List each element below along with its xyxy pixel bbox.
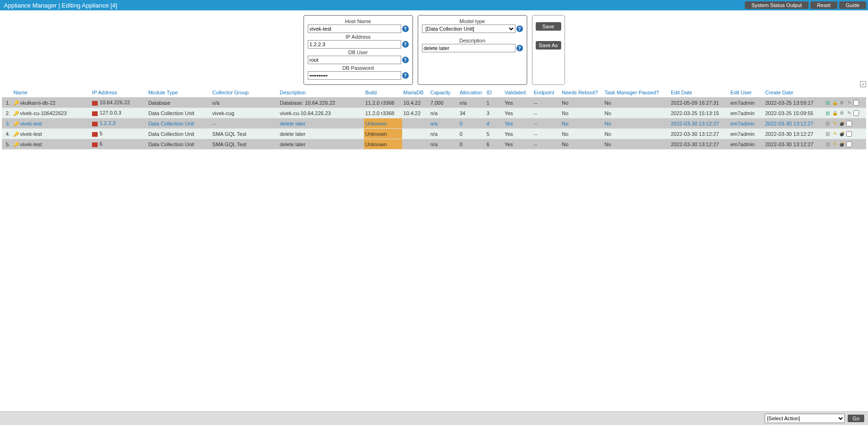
cell-reboot: No [560, 118, 603, 129]
col-reboot[interactable]: Needs Reboot? [560, 88, 603, 98]
cell-ip[interactable]: 6 [91, 139, 147, 150]
gear-icon[interactable]: ⚙ [839, 100, 845, 106]
row-checkbox[interactable] [853, 110, 859, 116]
col-endpoint[interactable]: Endpoint [532, 88, 561, 98]
cell-reboot: No [560, 139, 603, 150]
cell-name[interactable]: 🔑vivek-test [12, 129, 91, 139]
cell-ip[interactable]: 127.0.0.3 [91, 108, 147, 118]
lock-icon[interactable]: 🔒 [832, 110, 838, 116]
pencil-icon[interactable]: ✎ [832, 131, 838, 137]
row-checkbox[interactable] [846, 120, 852, 126]
cell-createdate: 2022-03-30 13:12:27 [764, 129, 823, 139]
help-icon[interactable]: ? [516, 25, 523, 32]
cell-edituser: em7admin [729, 118, 764, 129]
table-row[interactable]: 3.🔑vivek-test1.2.2.3Data Collection Unit… [2, 118, 866, 129]
table-row[interactable]: 5.🔑vivek-test6Data Collection UnitSMA GQ… [2, 139, 866, 150]
table-row[interactable]: 4.🔑vivek-test5Data Collection UnitSMA GQ… [2, 129, 866, 139]
db-user-input[interactable] [308, 56, 401, 64]
system-status-button[interactable]: System Status Output [745, 1, 809, 9]
bomb-icon[interactable]: 💣 [839, 120, 845, 126]
ip-address-input[interactable] [308, 40, 401, 49]
col-edituser[interactable]: Edit User [729, 88, 764, 98]
help-icon[interactable]: ? [516, 45, 523, 51]
doc-icon[interactable]: ▥ [825, 120, 831, 126]
col-collector[interactable]: Collector Group [211, 88, 278, 98]
model-type-select[interactable]: [Data Collection Unit] [422, 25, 515, 33]
col-paused[interactable]: Task Manager Paused? [603, 88, 669, 98]
lock-icon[interactable]: 🔒 [832, 100, 838, 106]
key-icon: 🔑 [13, 100, 19, 106]
col-module[interactable]: Module Type [147, 88, 211, 98]
db-password-input[interactable] [308, 71, 401, 80]
description-input[interactable] [422, 44, 515, 52]
page-icon[interactable]: ▤ [825, 110, 831, 116]
cell-paused: No [603, 139, 669, 150]
cell-desc: delete later [278, 139, 364, 150]
help-icon[interactable]: ? [402, 72, 409, 79]
cell-validated: Yes [503, 118, 532, 129]
save-button[interactable]: Save [536, 22, 561, 31]
host-name-input[interactable] [308, 25, 401, 33]
help-icon[interactable]: ? [402, 41, 409, 48]
row-checkbox[interactable] [846, 141, 852, 147]
gear-icon[interactable]: ⚙ [839, 110, 845, 116]
key-icon: 🔑 [13, 121, 19, 126]
cell-endpoint: -- [532, 129, 561, 139]
cell-edituser: em7admin [729, 129, 764, 139]
db-password-label: DB Password [308, 65, 409, 71]
cell-actions: ▤🔒⚙✎ [823, 98, 866, 108]
doc-icon[interactable]: ▥ [825, 131, 831, 137]
cell-name[interactable]: 🔑vivek-test [12, 118, 91, 129]
cell-ip[interactable]: 10.64.226.22 [91, 98, 147, 108]
pencil-icon[interactable]: ✎ [832, 120, 838, 126]
col-id[interactable]: ID [485, 88, 503, 98]
col-editdate[interactable]: Edit Date [669, 88, 729, 98]
col-capacity[interactable]: Capacity [429, 88, 458, 98]
col-build[interactable]: Build [364, 88, 402, 98]
cell-name[interactable]: 🔑vivek-test [12, 139, 91, 150]
cell-ip[interactable]: 5 [91, 129, 147, 139]
appliance-table: Name IP Address Module Type Collector Gr… [2, 88, 866, 150]
bomb-icon[interactable]: 💣 [839, 141, 845, 147]
cell-actions: ▤🔒⚙✎ [823, 108, 866, 118]
help-icon[interactable]: ? [402, 57, 409, 63]
bomb-icon[interactable]: 💣 [839, 131, 845, 137]
key-icon: 🔑 [13, 132, 19, 137]
col-createdate[interactable]: Create Date [764, 88, 823, 98]
col-mariadb[interactable]: MariaDB [402, 88, 429, 98]
page-icon[interactable]: ▤ [825, 100, 831, 106]
doc-icon[interactable]: ▥ [825, 141, 831, 147]
row-checkbox[interactable] [853, 100, 859, 106]
wand-icon[interactable]: ✎ [846, 110, 852, 116]
cell-desc: Database: 10.64.226.22 [278, 98, 364, 108]
toolbox-icon [92, 122, 98, 126]
toolbox-icon [92, 142, 98, 147]
key-icon: 🔑 [13, 142, 19, 147]
pencil-icon[interactable]: ✎ [832, 141, 838, 147]
cell-reboot: No [560, 108, 603, 118]
reset-button[interactable]: Reset [810, 1, 837, 9]
description-label: Description [422, 38, 523, 43]
cell-build: Unknown [364, 129, 402, 139]
select-all-checkbox[interactable]: ✓ [860, 81, 866, 87]
table-row[interactable]: 2.🔑vivek-cu-106422623127.0.0.3Data Colle… [2, 108, 866, 118]
cell-ip[interactable]: 1.2.2.3 [91, 118, 147, 129]
cell-name[interactable]: 🔑vivek-cu-106422623 [12, 108, 91, 118]
col-desc[interactable]: Description [278, 88, 364, 98]
help-icon[interactable]: ? [402, 25, 409, 32]
guide-button[interactable]: Guide [839, 1, 866, 9]
col-name[interactable]: Name [12, 88, 91, 98]
col-validated[interactable]: Validated [503, 88, 532, 98]
cell-validated: Yes [503, 129, 532, 139]
col-allocation[interactable]: Allocation [458, 88, 485, 98]
wand-icon[interactable]: ✎ [846, 100, 852, 106]
cell-name[interactable]: 🔑vkulkarni-db-22 [12, 98, 91, 108]
cell-allocation: 0 [458, 139, 485, 150]
table-row[interactable]: 1.🔑vkulkarni-db-2210.64.226.22Databasen/… [2, 98, 866, 108]
save-as-button[interactable]: Save As [536, 41, 561, 50]
topbar: Appliance Manager | Editing Appliance [4… [0, 0, 868, 10]
cell-endpoint: -- [532, 118, 561, 129]
col-ip[interactable]: IP Address [91, 88, 147, 98]
row-checkbox[interactable] [846, 131, 852, 137]
cell-capacity: n/a [429, 129, 458, 139]
